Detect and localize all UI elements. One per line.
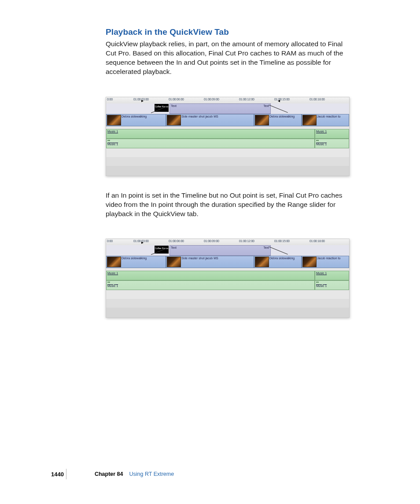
- clip-audio-2-left: ▾▾ Music 1: [106, 280, 315, 290]
- clip-video-4: Jacob reaction to: [302, 256, 349, 268]
- clip-label-right: Text: [263, 246, 269, 249]
- track-audio-2: ▾▾ Music 1 ▾▾ Music 1: [106, 139, 349, 149]
- body-paragraph-1: QuickView playback relies, in part, on t…: [106, 40, 352, 77]
- clip-video-3: Debra sidewalking: [254, 256, 302, 268]
- ruler-tick: 01:00:09:00: [204, 239, 219, 243]
- ruler-tick: 0:00: [107, 239, 113, 243]
- clip-audio-2-right: ▾▾ Music 1: [315, 139, 349, 148]
- ruler-tick: 01:00:09:00: [204, 98, 219, 101]
- timeline-2: 0:00 01:00:03:00 01:00:06:00 01:00:09:00…: [106, 239, 350, 318]
- ruler-tick: 01:00:15:00: [274, 98, 290, 101]
- clip-video-1: Debra sidewalking: [106, 256, 166, 268]
- track-text: Text Text Coffee House: [106, 245, 349, 256]
- ruler-tick: 01:00:06:00: [169, 239, 184, 243]
- track-audio-1: Music 1 Music 1: [106, 271, 349, 281]
- clip-label: Text: [171, 104, 177, 107]
- in-point-icon: ▸: [141, 240, 144, 245]
- clip-label: Debra sidewalking: [122, 257, 147, 260]
- clip-thumbnail: [167, 115, 181, 125]
- clip-label: Debra sidewalking: [269, 115, 295, 118]
- clip-label: Debra sidewalking: [269, 257, 295, 260]
- track-audio-1: Music 1 Music 1: [106, 129, 349, 139]
- clip-audio-2-right: ▾▾ Music 1: [315, 280, 349, 290]
- clip-audio-2-left: ▾▾ Music 1: [106, 139, 315, 148]
- clip-label: Debra sidewalking: [122, 115, 147, 118]
- chapter-title: Using RT Extreme: [129, 471, 174, 477]
- in-point-icon: ▸: [141, 98, 144, 103]
- clip-thumbnail: [302, 115, 317, 125]
- clip-video-4: Jacob reaction to: [302, 114, 349, 126]
- clip-audio-1-left: Music 1: [106, 271, 315, 280]
- clip-thumbnail: [107, 257, 121, 267]
- clip-audio-1-left: Music 1: [106, 129, 315, 139]
- clip-video-3: Debra sidewalking: [254, 114, 302, 126]
- ruler-tick: 01:00:12:00: [239, 98, 254, 101]
- clip-label: Side master shot jacob MS: [181, 115, 218, 118]
- body-paragraph-2: If an In point is set in the Timeline bu…: [106, 191, 352, 219]
- ruler-tick: 01:00:15:00: [274, 239, 290, 243]
- page-number: 1440: [51, 471, 64, 478]
- clip-text: Text Text: [169, 103, 271, 114]
- track-audio-2: ▾▾ Music 1 ▾▾ Music 1: [106, 280, 349, 291]
- clip-label: Jacob reaction to: [317, 257, 340, 260]
- section-heading: Playback in the QuickView Tab: [106, 27, 352, 37]
- clip-thumbnail: [167, 257, 181, 267]
- clip-audio-1-right: Music 1: [315, 129, 349, 139]
- timeline-1: 0:00 01:00:03:00 01:00:06:00 01:00:09:00…: [106, 97, 350, 176]
- ruler-tick: 01:00:18:00: [309, 98, 325, 101]
- clip-video-2: Side master shot jacob MS: [166, 256, 254, 268]
- clip-label: Side master shot jacob MS: [181, 257, 218, 260]
- clip-thumbnail: [255, 115, 269, 125]
- clip-label: Jacob reaction to: [317, 115, 340, 118]
- ruler-tick: 0:00: [107, 98, 113, 101]
- track-video: Debra sidewalking Side master shot jacob…: [106, 256, 349, 269]
- out-point-icon: ◂: [278, 98, 280, 103]
- clip-thumbnail: [255, 257, 269, 267]
- clip-video-2: Side master shot jacob MS: [166, 114, 254, 126]
- ruler-tick: 01:00:12:00: [239, 239, 254, 243]
- clip-text: Text Text: [169, 245, 271, 256]
- track-video: Debra sidewalking Side master shot jacob…: [106, 114, 349, 127]
- ruler-tick: 01:00:18:00: [309, 239, 325, 243]
- page-footer: 1440 Chapter 84 Using RT Extreme: [66, 469, 394, 479]
- clip-video-1: Debra sidewalking: [106, 114, 166, 126]
- clip-thumbnail: [107, 115, 121, 125]
- track-text: Text Text Coffee House: [106, 103, 349, 114]
- figure-timeline-in-only: 0:00 01:00:03:00 01:00:06:00 01:00:09:00…: [106, 239, 352, 318]
- chapter-number: Chapter 84: [95, 471, 123, 477]
- clip-label-right: Text: [263, 104, 269, 107]
- clip-label: Text: [171, 246, 177, 249]
- figure-timeline-in-out: 0:00 01:00:03:00 01:00:06:00 01:00:09:00…: [106, 97, 352, 176]
- clip-thumbnail: [302, 257, 317, 267]
- clip-audio-1-right: Music 1: [315, 271, 349, 280]
- ruler-tick: 01:00:06:00: [169, 98, 184, 101]
